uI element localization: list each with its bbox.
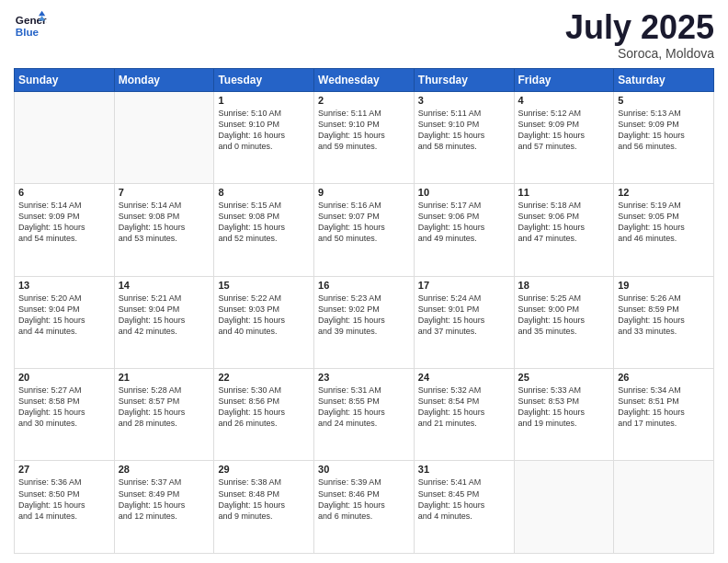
col-wednesday: Wednesday bbox=[314, 68, 415, 91]
day-content: Sunrise: 5:23 AM Sunset: 9:02 PM Dayligh… bbox=[318, 293, 410, 338]
table-row: 31Sunrise: 5:41 AM Sunset: 8:45 PM Dayli… bbox=[414, 461, 514, 554]
day-number: 1 bbox=[218, 95, 310, 106]
col-monday: Monday bbox=[114, 68, 214, 91]
day-content: Sunrise: 5:10 AM Sunset: 9:10 PM Dayligh… bbox=[218, 108, 310, 153]
table-row: 21Sunrise: 5:28 AM Sunset: 8:57 PM Dayli… bbox=[114, 369, 214, 461]
day-content: Sunrise: 5:30 AM Sunset: 8:56 PM Dayligh… bbox=[218, 385, 310, 430]
day-content: Sunrise: 5:16 AM Sunset: 9:07 PM Dayligh… bbox=[318, 200, 410, 245]
day-content: Sunrise: 5:37 AM Sunset: 8:49 PM Dayligh… bbox=[119, 477, 210, 522]
day-number: 22 bbox=[218, 372, 310, 383]
title-block: July 2025 Soroca, Moldova bbox=[565, 9, 714, 61]
calendar-week-row: 6Sunrise: 5:14 AM Sunset: 9:09 PM Daylig… bbox=[15, 184, 714, 276]
day-content: Sunrise: 5:41 AM Sunset: 8:45 PM Dayligh… bbox=[418, 477, 510, 522]
header: General Blue July 2025 Soroca, Moldova bbox=[14, 9, 714, 61]
day-content: Sunrise: 5:17 AM Sunset: 9:06 PM Dayligh… bbox=[418, 200, 510, 245]
table-row: 12Sunrise: 5:19 AM Sunset: 9:05 PM Dayli… bbox=[614, 184, 714, 276]
table-row: 20Sunrise: 5:27 AM Sunset: 8:58 PM Dayli… bbox=[15, 369, 115, 461]
day-number: 25 bbox=[518, 372, 610, 383]
month-title: July 2025 bbox=[565, 9, 714, 46]
table-row: 3Sunrise: 5:11 AM Sunset: 9:10 PM Daylig… bbox=[414, 91, 514, 183]
table-row: 11Sunrise: 5:18 AM Sunset: 9:06 PM Dayli… bbox=[514, 184, 614, 276]
table-row bbox=[614, 461, 714, 554]
day-content: Sunrise: 5:24 AM Sunset: 9:01 PM Dayligh… bbox=[418, 293, 510, 338]
table-row: 1Sunrise: 5:10 AM Sunset: 9:10 PM Daylig… bbox=[214, 91, 314, 183]
logo-icon: General Blue bbox=[14, 9, 47, 42]
table-row bbox=[514, 461, 614, 554]
day-content: Sunrise: 5:27 AM Sunset: 8:58 PM Dayligh… bbox=[18, 385, 110, 430]
table-row: 16Sunrise: 5:23 AM Sunset: 9:02 PM Dayli… bbox=[314, 276, 415, 368]
day-content: Sunrise: 5:31 AM Sunset: 8:55 PM Dayligh… bbox=[318, 385, 410, 430]
day-content: Sunrise: 5:38 AM Sunset: 8:48 PM Dayligh… bbox=[218, 477, 310, 522]
table-row: 15Sunrise: 5:22 AM Sunset: 9:03 PM Dayli… bbox=[214, 276, 314, 368]
subtitle: Soroca, Moldova bbox=[565, 46, 714, 61]
table-row: 22Sunrise: 5:30 AM Sunset: 8:56 PM Dayli… bbox=[214, 369, 314, 461]
day-number: 10 bbox=[418, 187, 510, 198]
day-number: 9 bbox=[318, 187, 410, 198]
day-content: Sunrise: 5:15 AM Sunset: 9:08 PM Dayligh… bbox=[218, 200, 310, 245]
day-content: Sunrise: 5:14 AM Sunset: 9:09 PM Dayligh… bbox=[18, 200, 110, 245]
col-thursday: Thursday bbox=[414, 68, 514, 91]
col-tuesday: Tuesday bbox=[214, 68, 314, 91]
table-row: 10Sunrise: 5:17 AM Sunset: 9:06 PM Dayli… bbox=[414, 184, 514, 276]
logo: General Blue bbox=[14, 9, 47, 42]
day-number: 29 bbox=[218, 464, 310, 475]
table-row: 13Sunrise: 5:20 AM Sunset: 9:04 PM Dayli… bbox=[15, 276, 115, 368]
table-row: 19Sunrise: 5:26 AM Sunset: 8:59 PM Dayli… bbox=[614, 276, 714, 368]
table-row: 25Sunrise: 5:33 AM Sunset: 8:53 PM Dayli… bbox=[514, 369, 614, 461]
calendar-week-row: 1Sunrise: 5:10 AM Sunset: 9:10 PM Daylig… bbox=[15, 91, 714, 183]
table-row bbox=[15, 91, 115, 183]
day-number: 26 bbox=[618, 372, 710, 383]
col-saturday: Saturday bbox=[614, 68, 714, 91]
col-friday: Friday bbox=[514, 68, 614, 91]
day-number: 5 bbox=[618, 95, 710, 106]
day-content: Sunrise: 5:39 AM Sunset: 8:46 PM Dayligh… bbox=[318, 477, 410, 522]
day-number: 12 bbox=[618, 187, 710, 198]
table-row: 5Sunrise: 5:13 AM Sunset: 9:09 PM Daylig… bbox=[614, 91, 714, 183]
table-row: 9Sunrise: 5:16 AM Sunset: 9:07 PM Daylig… bbox=[314, 184, 415, 276]
table-row: 23Sunrise: 5:31 AM Sunset: 8:55 PM Dayli… bbox=[314, 369, 415, 461]
day-content: Sunrise: 5:12 AM Sunset: 9:09 PM Dayligh… bbox=[518, 108, 610, 153]
table-row: 17Sunrise: 5:24 AM Sunset: 9:01 PM Dayli… bbox=[414, 276, 514, 368]
day-number: 6 bbox=[18, 187, 110, 198]
day-number: 19 bbox=[618, 280, 710, 291]
table-row: 27Sunrise: 5:36 AM Sunset: 8:50 PM Dayli… bbox=[15, 461, 115, 554]
day-content: Sunrise: 5:33 AM Sunset: 8:53 PM Dayligh… bbox=[518, 385, 610, 430]
day-content: Sunrise: 5:25 AM Sunset: 9:00 PM Dayligh… bbox=[518, 293, 610, 338]
day-number: 24 bbox=[418, 372, 510, 383]
day-content: Sunrise: 5:34 AM Sunset: 8:51 PM Dayligh… bbox=[618, 385, 710, 430]
table-row: 18Sunrise: 5:25 AM Sunset: 9:00 PM Dayli… bbox=[514, 276, 614, 368]
table-row: 6Sunrise: 5:14 AM Sunset: 9:09 PM Daylig… bbox=[15, 184, 115, 276]
table-row: 28Sunrise: 5:37 AM Sunset: 8:49 PM Dayli… bbox=[114, 461, 214, 554]
day-number: 13 bbox=[18, 280, 110, 291]
day-number: 4 bbox=[518, 95, 610, 106]
table-row: 30Sunrise: 5:39 AM Sunset: 8:46 PM Dayli… bbox=[314, 461, 415, 554]
day-number: 15 bbox=[218, 280, 310, 291]
table-row: 14Sunrise: 5:21 AM Sunset: 9:04 PM Dayli… bbox=[114, 276, 214, 368]
day-number: 14 bbox=[119, 280, 210, 291]
calendar-body: 1Sunrise: 5:10 AM Sunset: 9:10 PM Daylig… bbox=[15, 91, 714, 553]
day-content: Sunrise: 5:14 AM Sunset: 9:08 PM Dayligh… bbox=[119, 200, 210, 245]
day-content: Sunrise: 5:11 AM Sunset: 9:10 PM Dayligh… bbox=[418, 108, 510, 153]
day-number: 18 bbox=[518, 280, 610, 291]
page: General Blue July 2025 Soroca, Moldova S… bbox=[0, 0, 728, 563]
table-row: 29Sunrise: 5:38 AM Sunset: 8:48 PM Dayli… bbox=[214, 461, 314, 554]
day-number: 28 bbox=[119, 464, 210, 475]
day-number: 21 bbox=[119, 372, 210, 383]
day-number: 31 bbox=[418, 464, 510, 475]
calendar-header-row: Sunday Monday Tuesday Wednesday Thursday… bbox=[15, 68, 714, 91]
table-row bbox=[114, 91, 214, 183]
table-row: 24Sunrise: 5:32 AM Sunset: 8:54 PM Dayli… bbox=[414, 369, 514, 461]
calendar-week-row: 27Sunrise: 5:36 AM Sunset: 8:50 PM Dayli… bbox=[15, 461, 714, 554]
day-content: Sunrise: 5:18 AM Sunset: 9:06 PM Dayligh… bbox=[518, 200, 610, 245]
calendar-table: Sunday Monday Tuesday Wednesday Thursday… bbox=[14, 68, 714, 554]
day-content: Sunrise: 5:32 AM Sunset: 8:54 PM Dayligh… bbox=[418, 385, 510, 430]
table-row: 7Sunrise: 5:14 AM Sunset: 9:08 PM Daylig… bbox=[114, 184, 214, 276]
table-row: 26Sunrise: 5:34 AM Sunset: 8:51 PM Dayli… bbox=[614, 369, 714, 461]
day-content: Sunrise: 5:36 AM Sunset: 8:50 PM Dayligh… bbox=[18, 477, 110, 522]
day-content: Sunrise: 5:13 AM Sunset: 9:09 PM Dayligh… bbox=[618, 108, 710, 153]
table-row: 2Sunrise: 5:11 AM Sunset: 9:10 PM Daylig… bbox=[314, 91, 415, 183]
day-number: 30 bbox=[318, 464, 410, 475]
day-content: Sunrise: 5:26 AM Sunset: 8:59 PM Dayligh… bbox=[618, 293, 710, 338]
day-number: 11 bbox=[518, 187, 610, 198]
day-number: 20 bbox=[18, 372, 110, 383]
